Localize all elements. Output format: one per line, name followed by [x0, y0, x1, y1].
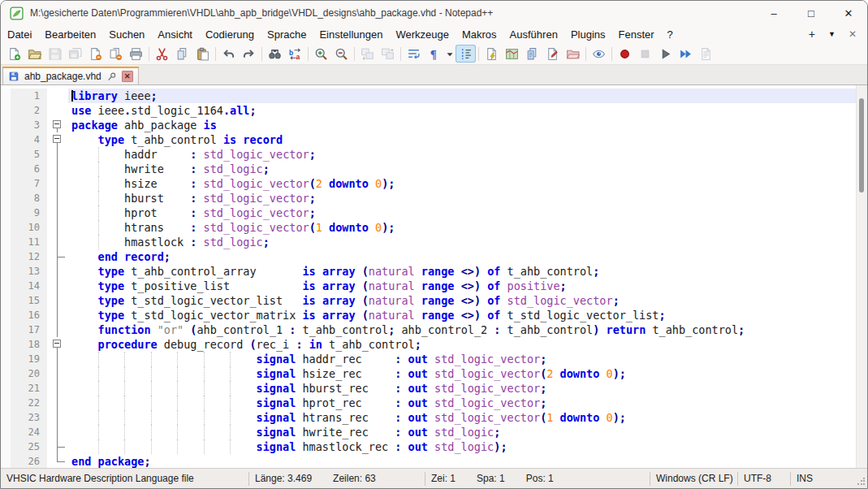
undo-icon[interactable]: [218, 45, 239, 63]
code-text[interactable]: end package;: [68, 454, 867, 468]
menu-item-bearbeiten[interactable]: Bearbeiten: [38, 27, 102, 42]
save-macro-icon[interactable]: [696, 45, 716, 63]
fold-collapse-icon[interactable]: [47, 132, 68, 147]
zoom-in-icon[interactable]: [311, 45, 331, 63]
code-text[interactable]: signal htrans_rec : out std_logic_vector…: [68, 410, 867, 425]
code-line[interactable]: 25 signal hmastlock_rec : out std_logic)…: [1, 439, 867, 454]
code-text[interactable]: function "or" (ahb_control_1 : t_ahb_con…: [68, 322, 867, 337]
code-line[interactable]: 7 hsize : std_logic_vector(2 downto 0);: [1, 176, 867, 191]
start-recording-icon[interactable]: [615, 45, 635, 63]
bookmark-margin[interactable]: [1, 293, 11, 308]
bookmark-margin[interactable]: [1, 337, 11, 352]
vertical-scrollbar[interactable]: [856, 85, 867, 468]
find-icon[interactable]: [265, 45, 285, 63]
close-file-icon[interactable]: [85, 45, 106, 63]
menu-item-ausfhren[interactable]: Ausführen: [503, 27, 564, 42]
cut-icon[interactable]: [152, 45, 172, 63]
bookmark-margin[interactable]: [1, 103, 11, 118]
code-line[interactable]: 17 function "or" (ahb_control_1 : t_ahb_…: [1, 322, 867, 337]
code-line[interactable]: 14 type t_positive_list is array (natura…: [1, 279, 867, 293]
code-text[interactable]: hprot : std_logic_vector;: [68, 206, 867, 220]
code-text[interactable]: type t_std_logic_vector_list is array (n…: [68, 293, 867, 308]
replace-icon[interactable]: ba: [285, 45, 305, 63]
code-text[interactable]: haddr : std_logic_vector;: [68, 147, 867, 162]
bookmark-margin[interactable]: [1, 89, 11, 103]
code-line[interactable]: 21 signal hburst_rec : out std_logic_vec…: [1, 381, 867, 396]
code-line[interactable]: 26end package;: [1, 454, 867, 468]
code-line[interactable]: 1library ieee;: [1, 89, 867, 103]
code-line[interactable]: 12 end record;: [1, 249, 867, 264]
menu-item-datei[interactable]: Datei: [1, 27, 38, 42]
menu-item-werkzeuge[interactable]: Werkzeuge: [389, 27, 456, 42]
code-text[interactable]: hmastlock : std_logic;: [68, 235, 867, 249]
menu-item-ansicht[interactable]: Ansicht: [151, 27, 199, 42]
bookmark-margin[interactable]: [1, 220, 11, 235]
bookmark-margin[interactable]: [1, 396, 11, 410]
bookmark-margin[interactable]: [1, 249, 11, 264]
code-line[interactable]: 8 hburst : std_logic_vector;: [1, 191, 867, 206]
pin-tab-icon[interactable]: [106, 71, 117, 82]
run-macro-multiple-icon[interactable]: [676, 45, 696, 63]
bookmark-margin[interactable]: [1, 381, 11, 396]
code-text[interactable]: library ieee;: [68, 89, 867, 103]
code-editor[interactable]: 1library ieee;2use ieee.std_logic_1164.a…: [1, 85, 867, 468]
minimize-button[interactable]: –: [755, 1, 792, 25]
bookmark-margin[interactable]: [1, 206, 11, 220]
menu-item-codierung[interactable]: Codierung: [199, 27, 261, 42]
bookmark-margin[interactable]: [1, 322, 11, 337]
document-map-icon[interactable]: [522, 45, 542, 63]
code-line[interactable]: 2use ieee.std_logic_1164.all;: [1, 103, 867, 118]
code-text[interactable]: end record;: [68, 249, 867, 264]
save-icon[interactable]: [45, 45, 65, 63]
save-all-icon[interactable]: [65, 45, 85, 63]
bookmark-margin[interactable]: [1, 454, 11, 468]
status-insert-mode[interactable]: INS: [791, 472, 867, 486]
code-line[interactable]: 13 type t_ahb_control_array is array (na…: [1, 264, 867, 279]
code-text[interactable]: signal hmastlock_rec : out std_logic);: [68, 439, 867, 454]
code-text[interactable]: type t_std_logic_vector_matrix is array …: [68, 308, 867, 322]
show-all-chars-icon[interactable]: ¶: [424, 45, 444, 63]
status-encoding[interactable]: UTF-8: [738, 472, 791, 486]
code-line[interactable]: 23 signal htrans_rec : out std_logic_vec…: [1, 410, 867, 425]
close-tab-icon[interactable]: ✕: [122, 71, 133, 82]
code-line[interactable]: 6 hwrite : std_logic;: [1, 162, 867, 176]
indent-guide-icon[interactable]: [456, 45, 476, 63]
code-line[interactable]: 18 procedure debug_record (rec_i : in t_…: [1, 337, 867, 352]
fold-collapse-icon[interactable]: [47, 337, 68, 352]
document-snapshot-icon[interactable]: [542, 45, 563, 63]
word-wrap-icon[interactable]: [404, 45, 424, 63]
function-list-icon[interactable]: [482, 45, 502, 63]
tab-list-dropdown-icon[interactable]: ▼: [828, 30, 836, 38]
code-line[interactable]: 11 hmastlock : std_logic;: [1, 235, 867, 249]
code-text[interactable]: htrans : std_logic_vector(1 downto 0);: [68, 220, 867, 235]
bookmark-margin[interactable]: [1, 191, 11, 206]
bookmark-margin[interactable]: [1, 366, 11, 381]
code-text[interactable]: type t_ahb_control_array is array (natur…: [68, 264, 867, 279]
copy-icon[interactable]: [172, 45, 192, 63]
bookmark-margin[interactable]: [1, 264, 11, 279]
bookmark-margin[interactable]: [1, 235, 11, 249]
play-macro-icon[interactable]: [655, 45, 676, 63]
menu-item-plugins[interactable]: Plugins: [564, 27, 612, 42]
code-text[interactable]: hburst : std_logic_vector;: [68, 191, 867, 206]
code-text[interactable]: type t_ahb_control is record: [68, 132, 867, 147]
code-line[interactable]: 9 hprot : std_logic_vector;: [1, 206, 867, 220]
code-line[interactable]: 5 haddr : std_logic_vector;: [1, 147, 867, 162]
maximize-button[interactable]: □: [792, 1, 830, 25]
new-file-icon[interactable]: [4, 45, 24, 63]
code-line[interactable]: 24 signal hwrite_rec : out std_logic;: [1, 425, 867, 439]
code-text[interactable]: signal hprot_rec : out std_logic_vector;: [68, 396, 867, 410]
bookmark-margin[interactable]: [1, 118, 11, 132]
open-file-icon[interactable]: [24, 45, 45, 63]
bookmark-margin[interactable]: [1, 279, 11, 293]
bookmark-margin[interactable]: [1, 439, 11, 454]
bookmark-margin[interactable]: [1, 352, 11, 366]
code-text[interactable]: type t_positive_list is array (natural r…: [68, 279, 867, 293]
dropdown-arrow-icon[interactable]: [444, 45, 456, 63]
menu-item-einstellungen[interactable]: Einstellungen: [313, 27, 389, 42]
sync-scroll-v-icon[interactable]: [357, 45, 378, 63]
menu-item-suchen[interactable]: Suchen: [102, 27, 151, 42]
bookmark-margin[interactable]: [1, 132, 11, 147]
scrollbar-thumb[interactable]: [859, 98, 864, 193]
bookmark-margin[interactable]: [1, 425, 11, 439]
